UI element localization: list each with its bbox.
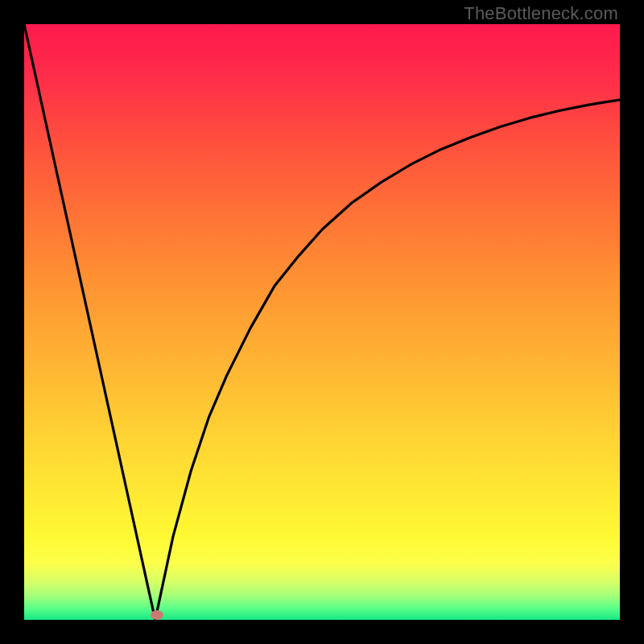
chart-frame: TheBottleneck.com <box>0 0 644 644</box>
marker-dot <box>151 610 163 620</box>
bottleneck-curve <box>24 24 620 620</box>
plot-area <box>24 24 620 620</box>
watermark-text: TheBottleneck.com <box>464 3 618 24</box>
curve-layer <box>24 24 620 620</box>
